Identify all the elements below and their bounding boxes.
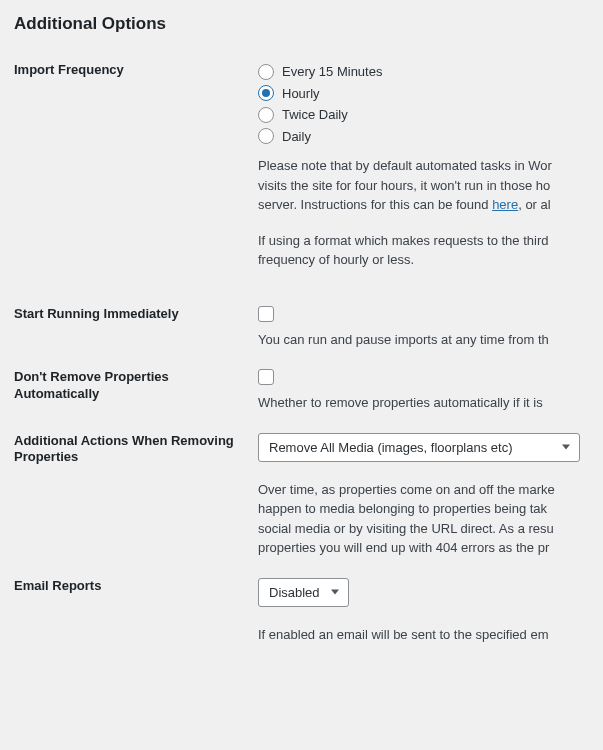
import-frequency-label: Import Frequency	[14, 62, 258, 306]
import-frequency-radios: Every 15 Minutes Hourly Twice Daily Dail…	[258, 62, 603, 146]
start-immediately-desc: You can run and pause imports at any tim…	[258, 330, 603, 350]
dont-remove-label: Don't Remove Properties Automatically	[14, 369, 258, 433]
freq-radio-hourly[interactable]	[258, 85, 274, 101]
freq-option-15min[interactable]: Every 15 Minutes	[258, 62, 603, 82]
additional-actions-select[interactable]: Remove All Media (images, floorplans etc…	[258, 433, 580, 462]
email-reports-label: Email Reports	[14, 578, 258, 665]
freq-radio-daily[interactable]	[258, 128, 274, 144]
freq-radio-15min[interactable]	[258, 64, 274, 80]
section-heading: Additional Options	[14, 14, 603, 34]
freq-radio-label: Daily	[282, 127, 311, 147]
start-immediately-label: Start Running Immediately	[14, 306, 258, 370]
additional-actions-label: Additional Actions When Removing Propert…	[14, 433, 258, 578]
import-frequency-note: Please note that by default automated ta…	[258, 156, 603, 270]
freq-radio-twice[interactable]	[258, 107, 274, 123]
freq-radio-label: Twice Daily	[282, 105, 348, 125]
freq-option-twice[interactable]: Twice Daily	[258, 105, 603, 125]
freq-option-daily[interactable]: Daily	[258, 127, 603, 147]
freq-radio-label: Every 15 Minutes	[282, 62, 382, 82]
here-link[interactable]: here	[492, 197, 518, 212]
start-immediately-checkbox[interactable]	[258, 306, 274, 322]
email-reports-select[interactable]: Disabled	[258, 578, 349, 607]
freq-option-hourly[interactable]: Hourly	[258, 84, 603, 104]
freq-radio-label: Hourly	[282, 84, 320, 104]
dont-remove-checkbox[interactable]	[258, 369, 274, 385]
additional-actions-desc: Over time, as properties come on and off…	[258, 480, 603, 558]
dont-remove-desc: Whether to remove properties automatical…	[258, 393, 603, 413]
email-reports-desc: If enabled an email will be sent to the …	[258, 625, 603, 645]
